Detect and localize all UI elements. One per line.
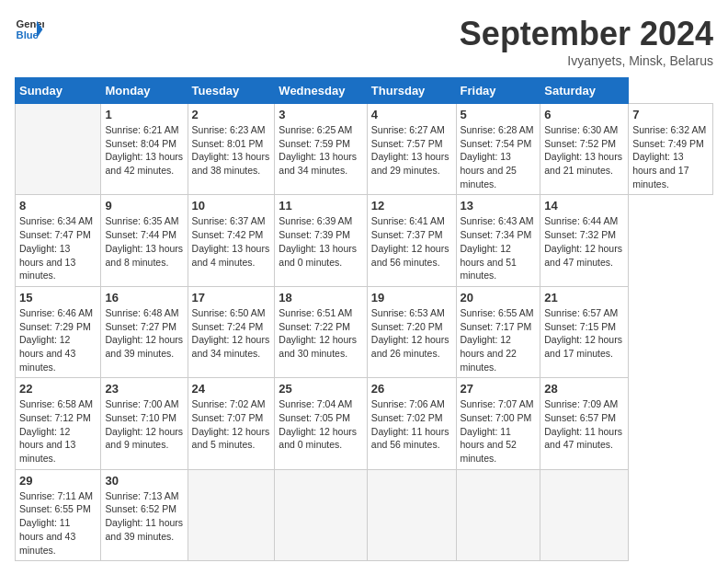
day-number: 15	[19, 291, 97, 304]
cell-details: Sunrise: 7:06 AMSunset: 7:02 PMDaylight:…	[371, 397, 452, 452]
day-number: 1	[105, 108, 183, 121]
calendar-cell: 9Sunrise: 6:35 AMSunset: 7:44 PMDaylight…	[101, 195, 188, 286]
day-number: 18	[279, 291, 362, 304]
cell-details: Sunrise: 6:57 AMSunset: 7:15 PMDaylight:…	[544, 306, 624, 361]
cell-details: Sunrise: 7:02 AMSunset: 7:07 PMDaylight:…	[192, 397, 271, 452]
day-header-sunday: Sunday	[16, 78, 101, 104]
header: General Blue September 2024 Ivyanyets, M…	[15, 15, 713, 68]
day-number: 12	[371, 199, 452, 213]
calendar-week-row: 22Sunrise: 6:58 AMSunset: 7:12 PMDayligh…	[16, 378, 713, 469]
logo: General Blue	[15, 15, 44, 44]
day-number: 5	[461, 108, 537, 121]
calendar-cell: 6Sunrise: 6:30 AMSunset: 7:52 PMDaylight…	[540, 104, 629, 195]
day-number: 11	[279, 199, 362, 213]
day-number: 27	[461, 382, 537, 396]
calendar-cell: 19Sunrise: 6:53 AMSunset: 7:20 PMDayligh…	[367, 286, 456, 377]
cell-details: Sunrise: 7:07 AMSunset: 7:00 PMDaylight:…	[461, 397, 537, 465]
calendar-cell: 8Sunrise: 6:34 AMSunset: 7:47 PMDaylight…	[16, 195, 101, 286]
calendar-cell: 25Sunrise: 7:04 AMSunset: 7:05 PMDayligh…	[275, 378, 367, 469]
calendar-table: SundayMondayTuesdayWednesdayThursdayFrid…	[15, 77, 713, 561]
day-header-friday: Friday	[456, 78, 540, 104]
cell-details: Sunrise: 6:35 AMSunset: 7:44 PMDaylight:…	[105, 214, 183, 269]
cell-details: Sunrise: 6:50 AMSunset: 7:24 PMDaylight:…	[192, 306, 271, 361]
logo-icon: General Blue	[15, 15, 44, 44]
location-subtitle: Ivyanyets, Minsk, Belarus	[460, 53, 713, 68]
calendar-header-row: SundayMondayTuesdayWednesdayThursdayFrid…	[16, 78, 713, 104]
svg-text:Blue: Blue	[17, 29, 39, 40]
calendar-week-row: 15Sunrise: 6:46 AMSunset: 7:29 PMDayligh…	[16, 286, 713, 377]
calendar-cell: 2Sunrise: 6:23 AMSunset: 8:01 PMDaylight…	[188, 104, 275, 195]
calendar-body: 1Sunrise: 6:21 AMSunset: 8:04 PMDaylight…	[16, 104, 713, 561]
calendar-week-row: 29Sunrise: 7:11 AMSunset: 6:55 PMDayligh…	[16, 469, 713, 560]
day-number: 7	[632, 108, 709, 121]
cell-details: Sunrise: 6:39 AMSunset: 7:39 PMDaylight:…	[279, 214, 362, 269]
day-number: 8	[19, 199, 97, 213]
cell-details: Sunrise: 6:58 AMSunset: 7:12 PMDaylight:…	[19, 397, 97, 465]
calendar-cell: 11Sunrise: 6:39 AMSunset: 7:39 PMDayligh…	[275, 195, 367, 286]
day-number: 10	[192, 199, 271, 213]
day-number: 30	[105, 474, 183, 488]
calendar-cell	[188, 469, 275, 560]
calendar-cell: 28Sunrise: 7:09 AMSunset: 6:57 PMDayligh…	[540, 378, 629, 469]
calendar-cell: 12Sunrise: 6:41 AMSunset: 7:37 PMDayligh…	[367, 195, 456, 286]
month-title: September 2024	[460, 15, 713, 53]
day-number: 29	[19, 474, 97, 488]
cell-details: Sunrise: 6:43 AMSunset: 7:34 PMDaylight:…	[461, 214, 537, 282]
calendar-cell: 30Sunrise: 7:13 AMSunset: 6:52 PMDayligh…	[101, 469, 188, 560]
day-header-tuesday: Tuesday	[188, 78, 275, 104]
day-number: 9	[105, 199, 183, 213]
day-header-monday: Monday	[101, 78, 188, 104]
calendar-cell	[275, 469, 367, 560]
day-number: 2	[192, 108, 271, 121]
day-number: 23	[105, 382, 183, 396]
calendar-cell: 24Sunrise: 7:02 AMSunset: 7:07 PMDayligh…	[188, 378, 275, 469]
calendar-week-row: 8Sunrise: 6:34 AMSunset: 7:47 PMDaylight…	[16, 195, 713, 286]
cell-details: Sunrise: 6:48 AMSunset: 7:27 PMDaylight:…	[105, 306, 183, 361]
cell-details: Sunrise: 7:04 AMSunset: 7:05 PMDaylight:…	[279, 397, 362, 452]
cell-details: Sunrise: 6:51 AMSunset: 7:22 PMDaylight:…	[279, 306, 362, 361]
calendar-cell: 13Sunrise: 6:43 AMSunset: 7:34 PMDayligh…	[456, 195, 540, 286]
day-number: 25	[279, 382, 362, 396]
day-number: 22	[19, 382, 97, 396]
day-number: 20	[461, 291, 537, 304]
cell-details: Sunrise: 6:25 AMSunset: 7:59 PMDaylight:…	[279, 123, 362, 178]
cell-details: Sunrise: 6:21 AMSunset: 8:04 PMDaylight:…	[105, 123, 183, 178]
cell-details: Sunrise: 6:44 AMSunset: 7:32 PMDaylight:…	[544, 214, 624, 269]
day-number: 19	[371, 291, 452, 304]
cell-details: Sunrise: 6:46 AMSunset: 7:29 PMDaylight:…	[19, 306, 97, 373]
cell-details: Sunrise: 6:34 AMSunset: 7:47 PMDaylight:…	[19, 214, 97, 282]
calendar-cell: 14Sunrise: 6:44 AMSunset: 7:32 PMDayligh…	[540, 195, 629, 286]
calendar-cell: 16Sunrise: 6:48 AMSunset: 7:27 PMDayligh…	[101, 286, 188, 377]
cell-details: Sunrise: 7:13 AMSunset: 6:52 PMDaylight:…	[105, 489, 183, 544]
calendar-cell: 21Sunrise: 6:57 AMSunset: 7:15 PMDayligh…	[540, 286, 629, 377]
cell-details: Sunrise: 6:37 AMSunset: 7:42 PMDaylight:…	[192, 214, 271, 269]
calendar-cell: 22Sunrise: 6:58 AMSunset: 7:12 PMDayligh…	[16, 378, 101, 469]
cell-details: Sunrise: 6:30 AMSunset: 7:52 PMDaylight:…	[544, 123, 624, 178]
day-header-saturday: Saturday	[540, 78, 629, 104]
cell-details: Sunrise: 6:55 AMSunset: 7:17 PMDaylight:…	[461, 306, 537, 373]
cell-details: Sunrise: 6:41 AMSunset: 7:37 PMDaylight:…	[371, 214, 452, 269]
calendar-cell: 15Sunrise: 6:46 AMSunset: 7:29 PMDayligh…	[16, 286, 101, 377]
calendar-cell: 20Sunrise: 6:55 AMSunset: 7:17 PMDayligh…	[456, 286, 540, 377]
cell-details: Sunrise: 7:11 AMSunset: 6:55 PMDaylight:…	[19, 489, 97, 557]
calendar-cell: 27Sunrise: 7:07 AMSunset: 7:00 PMDayligh…	[456, 378, 540, 469]
day-number: 16	[105, 291, 183, 304]
day-number: 4	[371, 108, 452, 121]
day-number: 6	[544, 108, 624, 121]
cell-details: Sunrise: 6:32 AMSunset: 7:49 PMDaylight:…	[632, 123, 709, 190]
calendar-cell: 23Sunrise: 7:00 AMSunset: 7:10 PMDayligh…	[101, 378, 188, 469]
calendar-cell: 7Sunrise: 6:32 AMSunset: 7:49 PMDaylight…	[629, 104, 713, 195]
cell-details: Sunrise: 6:27 AMSunset: 7:57 PMDaylight:…	[371, 123, 452, 178]
day-number: 14	[544, 199, 624, 213]
calendar-cell: 10Sunrise: 6:37 AMSunset: 7:42 PMDayligh…	[188, 195, 275, 286]
calendar-cell: 1Sunrise: 6:21 AMSunset: 8:04 PMDaylight…	[101, 104, 188, 195]
calendar-cell: 4Sunrise: 6:27 AMSunset: 7:57 PMDaylight…	[367, 104, 456, 195]
calendar-cell: 5Sunrise: 6:28 AMSunset: 7:54 PMDaylight…	[456, 104, 540, 195]
cell-details: Sunrise: 7:00 AMSunset: 7:10 PMDaylight:…	[105, 397, 183, 452]
day-number: 28	[544, 382, 624, 396]
calendar-cell	[16, 104, 101, 195]
title-area: September 2024 Ivyanyets, Minsk, Belarus	[460, 15, 713, 68]
calendar-week-row: 1Sunrise: 6:21 AMSunset: 8:04 PMDaylight…	[16, 104, 713, 195]
day-number: 13	[461, 199, 537, 213]
day-header-thursday: Thursday	[367, 78, 456, 104]
